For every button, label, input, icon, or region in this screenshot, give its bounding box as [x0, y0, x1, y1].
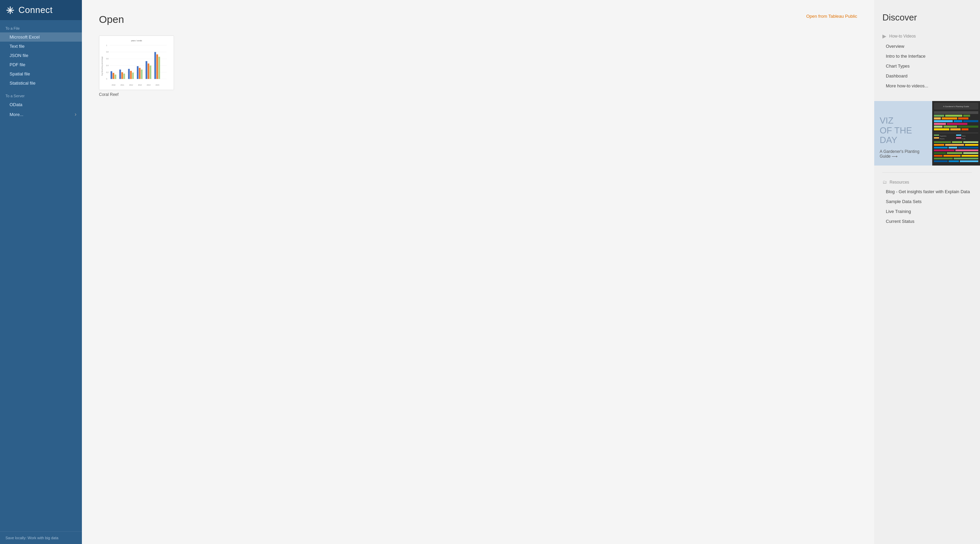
svg-rect-47 [158, 57, 160, 79]
viz-of-day-left: VIZOF THEDAY A Gardener's PlantingGuide … [874, 101, 932, 165]
svg-rect-64 [934, 126, 942, 128]
overview-link[interactable]: Overview [874, 41, 980, 51]
tableau-logo-icon [5, 5, 15, 15]
dashboard-link[interactable]: Dashboard [874, 71, 980, 81]
svg-text:A Gardener's Planting Guide: A Gardener's Planting Guide [943, 105, 969, 108]
viz-of-day[interactable]: VIZOF THEDAY A Gardener's PlantingGuide … [874, 101, 980, 165]
svg-rect-34 [121, 72, 123, 79]
svg-rect-100 [960, 161, 978, 162]
how-to-videos-header: ▶ How-to Videos [874, 30, 980, 41]
svg-rect-31 [113, 73, 114, 79]
more-link[interactable]: More... [0, 109, 82, 119]
svg-text:2012: 2012 [129, 84, 133, 86]
svg-rect-69 [962, 128, 969, 130]
svg-rect-89 [955, 150, 978, 151]
svg-rect-96 [934, 157, 953, 159]
svg-rect-37 [130, 71, 132, 79]
pdf-file-link[interactable]: PDF file [0, 60, 82, 69]
svg-rect-79 [934, 141, 951, 143]
resources-icon: 🗂 [882, 180, 887, 185]
svg-rect-52 [934, 111, 978, 114]
svg-text:2010: 2010 [111, 84, 115, 86]
svg-rect-55 [963, 115, 970, 117]
svg-rect-66 [958, 126, 978, 128]
json-file-link[interactable]: JSON file [0, 51, 82, 60]
svg-rect-45 [154, 52, 156, 79]
sidebar: Connect To a File Microsoft Excel Text f… [0, 0, 82, 544]
svg-rect-53 [934, 115, 944, 117]
svg-rect-70 [934, 132, 978, 134]
svg-text:Avg bleaching percentage: Avg bleaching percentage [101, 56, 103, 76]
viz-of-day-caption: A Gardener's PlantingGuide ⟶ [880, 149, 927, 159]
svg-rect-63 [947, 123, 967, 125]
svg-rect-59 [934, 120, 953, 122]
svg-rect-94 [943, 155, 961, 157]
blog-link[interactable]: Blog - Get insights faster with Explain … [874, 187, 980, 197]
svg-rect-44 [150, 65, 151, 79]
how-to-videos-section: ▶ How-to Videos Overview Intro to the In… [874, 30, 980, 98]
svg-rect-68 [950, 128, 961, 130]
svg-rect-98 [934, 161, 948, 162]
live-training-link[interactable]: Live Training [874, 207, 980, 216]
svg-rect-60 [954, 120, 962, 122]
svg-rect-91 [947, 152, 962, 154]
resources-header: 🗂 Resources [874, 176, 980, 187]
spatial-file-link[interactable]: Spatial file [0, 69, 82, 78]
svg-rect-61 [963, 120, 978, 122]
svg-rect-84 [965, 144, 978, 146]
svg-rect-86 [948, 147, 957, 148]
svg-rect-32 [115, 75, 116, 79]
viz-of-day-thumbnail: A Gardener's Planting Guide [932, 101, 980, 165]
chart-types-link[interactable]: Chart Types [874, 61, 980, 71]
svg-rect-95 [962, 155, 978, 157]
svg-text:0.6: 0.6 [106, 58, 108, 60]
to-file-label: To a File [0, 20, 82, 32]
sample-data-link[interactable]: Sample Data Sets [874, 197, 980, 207]
svg-rect-56 [934, 118, 941, 119]
svg-rect-65 [943, 126, 957, 128]
svg-text:years / corals: years / corals [131, 40, 142, 41]
microsoft-excel-link[interactable]: Microsoft Excel [0, 32, 82, 41]
svg-text:0: 0 [106, 78, 107, 80]
odata-link[interactable]: OData [0, 100, 82, 109]
svg-rect-54 [945, 115, 962, 117]
svg-rect-71 [934, 134, 939, 136]
text-file-link[interactable]: Text file [0, 41, 82, 51]
svg-text:2013: 2013 [138, 84, 142, 86]
intro-interface-link[interactable]: Intro to the Interface [874, 51, 980, 61]
sidebar-title: Connect [18, 5, 52, 15]
svg-rect-42 [146, 61, 147, 79]
svg-text:2015: 2015 [156, 84, 159, 86]
more-link-label: More... [10, 112, 23, 117]
svg-rect-73 [956, 134, 961, 136]
sidebar-header: Connect [0, 0, 82, 20]
recent-workbooks: Avg bleaching percentage 2010 2011 2012 … [99, 35, 857, 97]
resources-label: Resources [889, 180, 909, 185]
svg-rect-81 [963, 141, 978, 143]
more-videos-link[interactable]: More how-to videos... [874, 81, 980, 91]
open-from-public-link[interactable]: Open from Tableau Public [806, 14, 857, 19]
workbook-card[interactable]: Avg bleaching percentage 2010 2011 2012 … [99, 35, 174, 97]
current-status-link[interactable]: Current Status [874, 216, 980, 226]
svg-rect-40 [139, 68, 141, 79]
svg-text:0.2: 0.2 [106, 72, 108, 73]
statistical-file-link[interactable]: Statistical file [0, 78, 82, 88]
svg-rect-10 [99, 36, 173, 90]
sidebar-bottom-text: Save locally: Work with big data [0, 531, 82, 544]
svg-text:1: 1 [106, 45, 107, 46]
svg-rect-99 [948, 161, 959, 162]
discover-title: Discover [874, 0, 980, 30]
svg-rect-62 [934, 123, 946, 125]
svg-text:0.4: 0.4 [106, 65, 108, 67]
svg-rect-97 [954, 157, 978, 159]
svg-text:Fruits: Fruits [962, 138, 965, 140]
viz-of-day-label: VIZOF THEDAY [880, 116, 927, 145]
svg-text:Vegetables: Vegetables [940, 135, 947, 137]
svg-text:2011: 2011 [121, 84, 124, 86]
svg-rect-35 [123, 74, 125, 79]
svg-rect-88 [934, 150, 955, 151]
svg-rect-33 [119, 70, 121, 79]
svg-rect-46 [156, 54, 158, 79]
svg-rect-92 [963, 152, 978, 154]
svg-line-5 [8, 8, 10, 10]
